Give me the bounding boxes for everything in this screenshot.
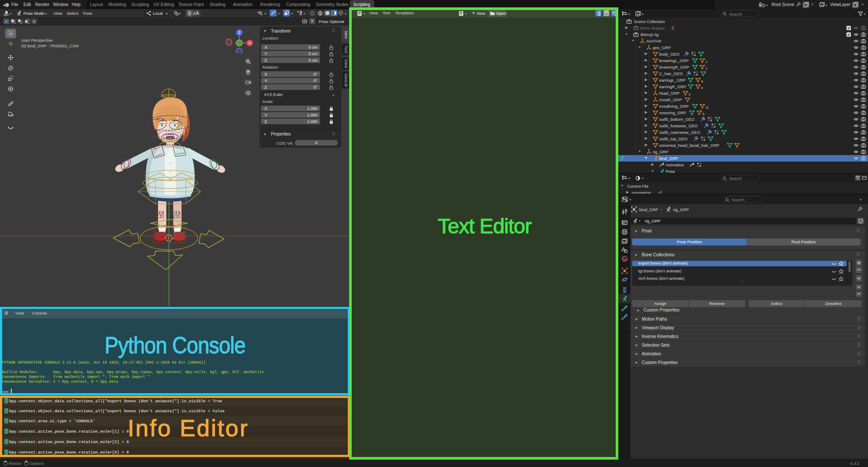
svg-text:Z: Z xyxy=(238,30,241,35)
svg-text:X: X xyxy=(248,41,251,45)
